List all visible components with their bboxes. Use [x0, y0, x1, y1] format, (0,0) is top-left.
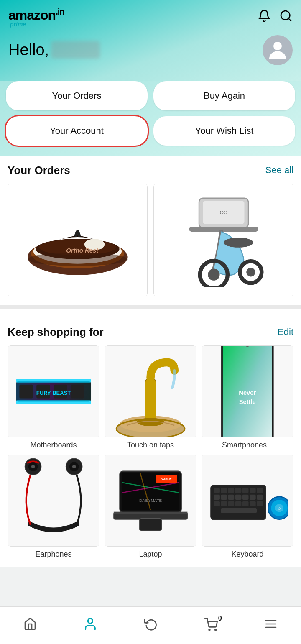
nav-cart[interactable]: 0	[198, 615, 224, 636]
orders-see-all[interactable]: See all	[265, 165, 293, 176]
your-wish-list-button[interactable]: Your Wish List	[153, 116, 295, 146]
svg-rect-26	[16, 379, 91, 382]
cart-count: 0	[218, 615, 222, 622]
svg-point-86	[215, 629, 216, 630]
svg-rect-76	[242, 501, 249, 506]
hello-row: Hello,	[8, 35, 293, 65]
svg-rect-31	[145, 378, 156, 422]
svg-rect-55	[139, 519, 162, 531]
svg-rect-72	[214, 501, 220, 506]
scooter-image: OO	[154, 184, 293, 296]
motherboards-image: FURY BEAST	[8, 345, 99, 437]
smartphones-label: Smartphones...	[222, 441, 273, 450]
svg-point-19	[246, 268, 255, 276]
orders-row: Ortho Rest OO	[8, 184, 293, 296]
svg-rect-59	[221, 488, 227, 493]
svg-rect-65	[214, 495, 220, 500]
shopping-item-smartphones[interactable]: Never Settle Smartphones...	[202, 345, 293, 450]
svg-rect-64	[257, 488, 263, 493]
cart-icon	[204, 626, 218, 633]
earphones-label: Earphones	[35, 550, 71, 559]
svg-rect-67	[228, 495, 234, 500]
svg-text:Settle: Settle	[239, 398, 256, 405]
smartphones-image: Never Settle	[202, 345, 293, 437]
your-orders-button[interactable]: Your Orders	[6, 81, 148, 110]
shopping-item-laptop[interactable]: 240Hz DAILYMATE Laptop	[105, 455, 196, 559]
svg-point-41	[31, 465, 35, 468]
orders-section-header: Your Orders See all	[8, 164, 293, 177]
home-icon	[23, 617, 37, 634]
logo-area: amazon.in prime	[8, 8, 64, 28]
order-card-flipflop[interactable]: Ortho Rest	[8, 184, 148, 296]
quick-actions: Your Orders Buy Again Your Account Your …	[0, 81, 301, 156]
svg-rect-69	[242, 495, 249, 500]
orders-title: Your Orders	[8, 164, 70, 177]
nav-returns[interactable]	[138, 614, 164, 637]
svg-text:Never: Never	[239, 389, 256, 396]
shopping-item-keyboard[interactable]: ○ Keyboard	[202, 455, 293, 559]
account-icon	[83, 617, 97, 634]
svg-rect-77	[250, 501, 256, 506]
svg-point-17	[208, 268, 219, 280]
user-name	[51, 41, 100, 59]
order-card-scooter[interactable]: OO	[153, 184, 293, 296]
nav-menu[interactable]	[258, 614, 284, 637]
taps-image	[105, 345, 196, 437]
header-top: amazon.in prime	[8, 8, 293, 28]
shopping-item-earphones[interactable]: Earphones	[8, 455, 99, 559]
svg-rect-25	[71, 384, 84, 398]
keep-shopping-edit[interactable]: Edit	[278, 327, 293, 337]
svg-point-85	[209, 629, 210, 630]
svg-point-10	[28, 252, 127, 266]
svg-rect-74	[228, 501, 234, 506]
svg-rect-66	[221, 495, 227, 500]
nav-account[interactable]	[77, 613, 104, 637]
svg-point-15	[224, 238, 253, 248]
svg-text:FURY BEAST: FURY BEAST	[36, 390, 71, 396]
bottom-nav: 0	[0, 606, 301, 644]
svg-text:○: ○	[278, 506, 281, 511]
svg-rect-56	[114, 512, 188, 514]
header-icons	[258, 9, 293, 26]
returns-icon	[144, 617, 158, 634]
svg-rect-79	[221, 508, 257, 513]
svg-rect-75	[235, 501, 242, 506]
svg-text:240Hz: 240Hz	[161, 477, 172, 481]
svg-text:OO: OO	[219, 209, 227, 215]
main-content: Your Orders See all	[0, 156, 301, 317]
svg-text:DAILYMATE: DAILYMATE	[139, 498, 162, 503]
header: amazon.in prime Hello,	[0, 0, 301, 81]
keep-shopping-header: Keep shopping for Edit	[8, 326, 293, 339]
your-account-button[interactable]: Your Account	[6, 116, 148, 146]
greeting: Hello,	[8, 41, 100, 59]
buy-again-button[interactable]: Buy Again	[153, 81, 295, 110]
keep-shopping-title: Keep shopping for	[8, 326, 104, 339]
svg-rect-14	[189, 227, 258, 232]
nav-home[interactable]	[17, 614, 43, 637]
svg-rect-68	[235, 495, 242, 500]
cart-badge: 0	[204, 618, 218, 633]
svg-rect-61	[235, 488, 242, 493]
motherboards-label: Motherboards	[30, 441, 77, 450]
shopping-item-taps[interactable]: Touch on taps	[105, 345, 196, 450]
svg-rect-71	[257, 495, 263, 500]
laptop-label: Laptop	[139, 550, 162, 559]
svg-line-1	[288, 19, 291, 21]
svg-point-44	[72, 465, 76, 468]
search-icon[interactable]	[279, 9, 293, 26]
shopping-item-motherboards[interactable]: FURY BEAST Motherboards	[8, 345, 99, 450]
svg-point-2	[273, 42, 282, 50]
avatar[interactable]	[263, 35, 293, 65]
amazon-logo: amazon.in	[8, 8, 64, 22]
section-divider	[0, 305, 301, 309]
svg-rect-60	[228, 488, 234, 493]
svg-rect-63	[250, 488, 256, 493]
shopping-grid: FURY BEAST Motherboards	[8, 345, 293, 559]
hello-text: Hello,	[8, 41, 49, 59]
keep-shopping-section: Keep shopping for Edit	[0, 317, 301, 567]
bell-icon[interactable]	[258, 9, 271, 26]
svg-rect-62	[242, 488, 249, 493]
svg-rect-58	[214, 488, 220, 493]
svg-rect-22	[19, 384, 33, 398]
earphones-image	[8, 455, 99, 547]
